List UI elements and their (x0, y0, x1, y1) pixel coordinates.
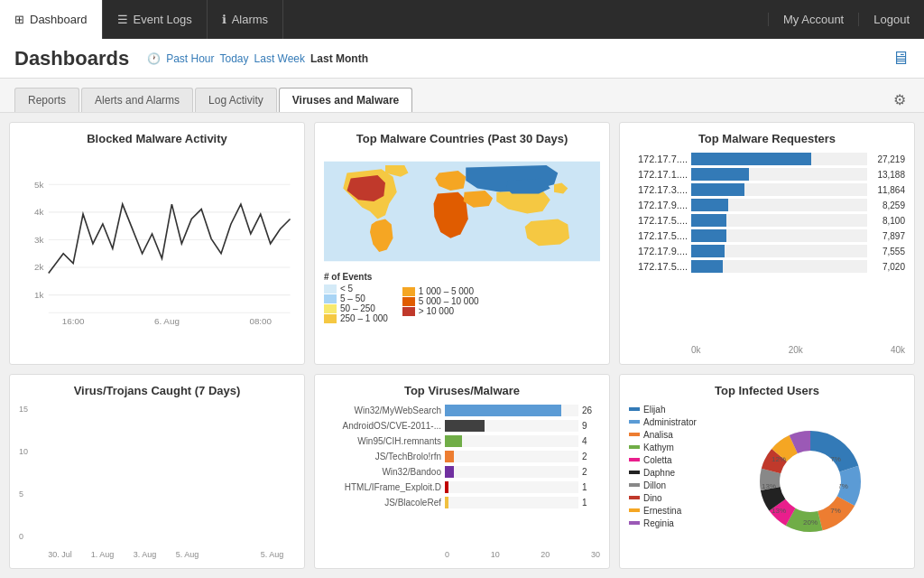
svg-text:7%: 7% (830, 507, 841, 515)
world-map-container: # of Events < 5 5 – 50 50 – 250 250 – 1 … (324, 153, 600, 355)
legend-reginia: Reginia (629, 518, 710, 528)
svg-text:1k: 1k (34, 290, 43, 300)
svg-text:2k: 2k (34, 262, 43, 272)
legend-item-7: > 10 000 (402, 306, 479, 316)
legend-title: # of Events (324, 272, 388, 282)
nav-alarms-label: Alarms (232, 13, 268, 26)
legend-ernestina: Ernestina (629, 506, 710, 516)
nav-logout-label: Logout (873, 13, 910, 26)
legend-item-4: 250 – 1 000 (324, 313, 388, 323)
time-last-month[interactable]: Last Month (310, 52, 368, 65)
infected-legend: Elijah Administrator Analisa Kathym Cole… (629, 405, 710, 560)
virus-row: Win95/CIH.remnants 4 (324, 435, 600, 447)
legend-daphne: Daphne (629, 468, 710, 478)
time-last-week[interactable]: Last Week (254, 52, 305, 65)
panel-blocked-malware-title: Blocked Malware Activity (19, 132, 295, 145)
panel-top-infected: Top Infected Users Elijah Administrator … (619, 374, 915, 570)
virus-row: HTML/IFrame_Exploit.D 1 (324, 481, 600, 493)
svg-text:12%: 12% (772, 455, 786, 463)
legend-dillon: Dillon (629, 480, 710, 490)
virus-row: AndroidOS/CVE-2011-... 9 (324, 420, 600, 432)
svg-text:13%: 13% (762, 482, 776, 490)
legend-item-1: < 5 (324, 284, 388, 294)
time-past-hour[interactable]: Past Hour (166, 52, 214, 65)
legend-kathym: Kathym (629, 443, 710, 452)
legend-item-3: 50 – 250 (324, 303, 388, 313)
nav-event-logs-label: Event Logs (134, 13, 192, 26)
tab-viruses-malware[interactable]: Viruses and Malware (279, 88, 413, 112)
svg-point-33 (781, 452, 840, 511)
svg-text:20%: 20% (803, 518, 818, 527)
map-legend: # of Events < 5 5 – 50 50 – 250 250 – 1 … (324, 272, 600, 323)
legend-coletta: Coletta (629, 455, 710, 465)
dashboard-icon: ⊞ (14, 13, 24, 26)
virus-x-labels: 0102030 (445, 550, 600, 559)
bar-chart-inner: 30. Jul 1. Aug 3. Aug 5. Aug 5. Aug (37, 405, 295, 560)
panel-top-infected-title: Top Infected Users (629, 384, 905, 397)
panel-top-requesters: Top Malware Requesters 172.17.7....27,21… (619, 122, 915, 365)
bar-chart-bars (37, 405, 295, 549)
requester-row: 172.17.9....7,555 (629, 245, 905, 257)
alarms-icon: ℹ (222, 13, 226, 26)
panel-top-viruses-title: Top Viruses/Malware (324, 384, 600, 397)
requester-row: 172.17.3....11,864 (629, 183, 905, 196)
requester-row: 172.17.5....7,897 (629, 229, 905, 242)
virus-row: JS/TechBrolo!rfn 2 (324, 451, 600, 462)
nav-my-account-label: My Account (783, 13, 844, 26)
requesters-x-labels: 0k20k40k (691, 343, 905, 355)
monitor-icon: 🖥 (892, 48, 910, 69)
panel-blocked-malware: Blocked Malware Activity 5k 4k 3k 2k 1k … (9, 122, 305, 365)
virus-row: Win32/Bandoo 2 (324, 466, 600, 478)
settings-icon[interactable]: ⚙ (890, 88, 910, 112)
legend-item-5: 1 000 – 5 000 (402, 286, 479, 296)
world-map-svg (324, 153, 600, 270)
bar-chart-y-labels: 15 10 5 0 (19, 405, 37, 560)
tabs-bar: Reports Alerts and Alarms Log Activity V… (0, 79, 924, 113)
requester-row: 172.17.9....8,259 (629, 199, 905, 211)
svg-text:16:00: 16:00 (62, 316, 85, 326)
svg-text:3k: 3k (34, 235, 43, 245)
virus-row: Win32/MyWebSearch 26 (324, 405, 600, 416)
nav-logout[interactable]: Logout (858, 13, 924, 26)
requester-row: 172.17.5....8,100 (629, 214, 905, 227)
line-chart-area: 5k 4k 3k 2k 1k 16:00 6. Aug 08:00 (19, 153, 295, 355)
legend-item-2: 5 – 50 (324, 294, 388, 303)
requesters-list: 172.17.7....27,219 172.17.1....13,188 17… (629, 153, 905, 343)
panel-virus-trojans-title: Virus/Trojans Caught (7 Days) (19, 384, 295, 397)
top-navigation: ⊞ Dashboard ☰ Event Logs ℹ Alarms My Acc… (0, 0, 924, 39)
donut-svg: 7% 7% 7% 20% 13% 13% 12% (756, 427, 864, 536)
time-navigation: 🕐 Past Hour Today Last Week Last Month (147, 52, 368, 65)
legend-item-6: 5 000 – 10 000 (402, 296, 479, 306)
virus-list: Win32/MyWebSearch 26 AndroidOS/CVE-2011-… (324, 405, 600, 549)
panel-top-countries: Top Malware Countries (Past 30 Days) (314, 122, 610, 365)
requester-row: 172.17.5....7,020 (629, 260, 905, 273)
svg-text:6. Aug: 6. Aug (154, 316, 180, 326)
nav-my-account[interactable]: My Account (768, 13, 858, 26)
panel-top-requesters-title: Top Malware Requesters (629, 132, 905, 145)
tab-reports[interactable]: Reports (14, 88, 79, 112)
nav-event-logs[interactable]: ☰ Event Logs (103, 0, 208, 39)
page-title: Dashboards (14, 47, 129, 70)
nav-dashboard[interactable]: ⊞ Dashboard (0, 0, 103, 39)
nav-alarms[interactable]: ℹ Alarms (208, 0, 283, 39)
legend-dino: Dino (629, 493, 710, 503)
legend-administrator: Administrator (629, 417, 710, 427)
tab-log-activity[interactable]: Log Activity (195, 88, 277, 112)
line-chart-svg: 5k 4k 3k 2k 1k 16:00 6. Aug 08:00 (19, 153, 295, 355)
panel-top-viruses: Top Viruses/Malware Win32/MyWebSearch 26… (314, 374, 610, 570)
svg-text:13%: 13% (772, 507, 786, 515)
bar-chart-x-labels: 30. Jul 1. Aug 3. Aug 5. Aug 5. Aug (37, 548, 295, 559)
infected-container: Elijah Administrator Analisa Kathym Cole… (629, 405, 905, 560)
panel-top-countries-title: Top Malware Countries (Past 30 Days) (324, 132, 600, 145)
dashboard-grid: Blocked Malware Activity 5k 4k 3k 2k 1k … (0, 113, 924, 578)
legend-elijah: Elijah (629, 405, 710, 415)
event-logs-icon: ☰ (117, 13, 128, 26)
requester-row: 172.17.7....27,219 (629, 153, 905, 165)
time-today[interactable]: Today (220, 52, 249, 65)
requester-row: 172.17.1....13,188 (629, 168, 905, 181)
tab-alerts-alarms[interactable]: Alerts and Alarms (81, 88, 193, 112)
virus-row: JS/BlacoleRef 1 (324, 497, 600, 508)
svg-text:4k: 4k (34, 207, 43, 217)
svg-text:08:00: 08:00 (249, 316, 272, 326)
nav-dashboard-label: Dashboard (30, 13, 88, 26)
